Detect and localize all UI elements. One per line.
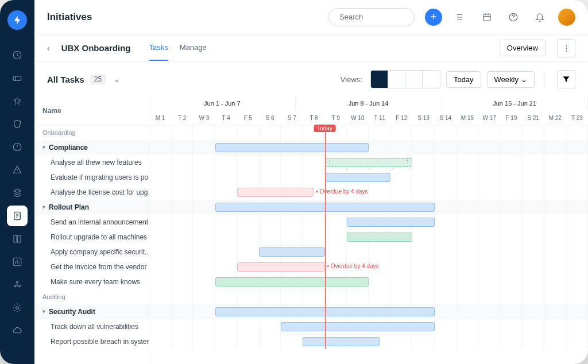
day-label: W 3	[193, 111, 215, 125]
gantt-bar[interactable]	[215, 277, 369, 286]
back-button[interactable]: ‹	[47, 44, 50, 53]
task-row[interactable]: Analyse the license cost for upg...	[34, 185, 149, 200]
week-label: Jun 15 - Jun 21	[442, 96, 588, 111]
svg-point-8	[19, 285, 20, 286]
task-row[interactable]: Make sure every team knows	[34, 274, 149, 289]
nav-cloud[interactable]	[7, 320, 28, 341]
group-row[interactable]: ▸Rollout Plan	[34, 200, 149, 215]
add-button[interactable]: +	[425, 9, 442, 26]
breadcrumb-bar: ‹ UBX Onboarding Tasks Manage Overview ⋮	[34, 34, 588, 62]
more-menu[interactable]: ⋮	[557, 39, 575, 57]
task-row[interactable]: Analyse all thew new features	[34, 155, 149, 170]
day-label: M 1	[149, 111, 171, 125]
help-icon[interactable]	[505, 9, 521, 25]
week-label: Jun 8 - Jun 14	[296, 96, 442, 111]
overview-button[interactable]: Overview	[500, 40, 546, 56]
task-row[interactable]: Report possible breach in system	[34, 334, 149, 349]
day-label: T 11	[369, 111, 390, 125]
task-row[interactable]: Send an internal announcement...	[34, 215, 149, 230]
svg-rect-11	[483, 14, 490, 20]
task-row[interactable]: Apply company specific securit...	[34, 245, 149, 260]
task-row[interactable]: Get the invoice from the vendor	[34, 260, 149, 274]
search-input[interactable]	[339, 13, 436, 21]
gantt-bar[interactable]	[325, 158, 413, 167]
task-count: 25	[90, 74, 106, 84]
nav-docs[interactable]	[7, 229, 28, 249]
svg-point-6	[17, 281, 18, 283]
task-row[interactable]: Track down all vulnerabilities	[34, 319, 149, 334]
bell-icon[interactable]	[532, 9, 548, 25]
gantt-bar[interactable]	[237, 262, 325, 272]
group-row[interactable]: ▸Security Audit	[34, 304, 149, 319]
day-label: S 21	[522, 111, 544, 125]
day-label: S 7	[281, 111, 303, 125]
day-label: T 23	[566, 111, 588, 125]
day-label: W 17	[478, 111, 500, 125]
overdue-label: • Overdue by 4 days	[316, 188, 368, 195]
project-title: UBX Onboarding	[61, 43, 131, 53]
list-icon[interactable]	[452, 9, 469, 25]
column-name: Name	[34, 96, 149, 125]
overdue-label: • Overdue by 4 days	[327, 263, 378, 269]
weekly-dropdown[interactable]: Weekly⌄	[487, 71, 535, 88]
search-box[interactable]	[328, 8, 415, 26]
tab-tasks[interactable]: Tasks	[149, 35, 168, 61]
view-column[interactable]	[405, 71, 423, 88]
day-label: M 15	[457, 111, 478, 125]
day-label: T 2	[171, 111, 193, 125]
day-label: W 10	[347, 111, 369, 125]
gantt-chart: Name Onboarding▸ComplianceAnalyse all th…	[34, 96, 588, 364]
nav-stack[interactable]	[7, 183, 28, 203]
gantt-bar[interactable]	[347, 218, 435, 227]
view-switcher	[370, 70, 440, 88]
svg-rect-1	[13, 76, 21, 81]
sidebar	[0, 0, 34, 364]
view-gantt[interactable]	[371, 71, 388, 88]
topbar: Initiatives +	[34, 0, 588, 34]
day-label: S 14	[435, 111, 457, 125]
gantt-bar[interactable]	[237, 188, 314, 197]
task-row[interactable]: Evaluate if migrating users is po...	[34, 170, 149, 185]
day-label: S 13	[412, 111, 434, 125]
user-avatar[interactable]	[558, 9, 575, 26]
section-onboarding: Onboarding	[34, 125, 149, 140]
app-logo[interactable]	[7, 10, 27, 30]
all-tasks-label: All Tasks	[47, 75, 84, 84]
gantt-bar[interactable]	[325, 173, 391, 182]
nav-bugs[interactable]	[7, 91, 28, 111]
gantt-bar[interactable]	[215, 143, 369, 152]
svg-point-2	[15, 99, 20, 103]
filter-button[interactable]	[557, 70, 575, 88]
nav-initiatives[interactable]	[7, 206, 28, 226]
day-label: F 12	[390, 111, 412, 125]
view-board[interactable]	[423, 71, 440, 88]
nav-dashboard[interactable]	[7, 45, 28, 65]
nav-team[interactable]	[7, 274, 28, 295]
today-button[interactable]: Today	[446, 71, 481, 88]
task-row[interactable]: Rollout upgrade to all machines	[34, 230, 149, 245]
nav-settings[interactable]	[7, 297, 28, 318]
nav-alerts[interactable]	[7, 160, 28, 180]
day-label: T 4	[215, 111, 237, 125]
gantt-bar[interactable]	[281, 322, 434, 331]
day-label: F 19	[500, 111, 522, 125]
nav-reports[interactable]	[7, 251, 28, 272]
nav-power[interactable]	[7, 137, 28, 157]
tasks-dropdown[interactable]: ⌄	[114, 75, 120, 84]
svg-point-7	[14, 285, 15, 286]
svg-point-9	[16, 307, 19, 309]
week-label: Jun 1 - Jun 7	[149, 96, 296, 111]
nav-shield[interactable]	[7, 114, 28, 134]
day-label: T 9	[325, 111, 347, 125]
day-label: S 6	[259, 111, 281, 125]
view-toolbar: All Tasks 25 ⌄ Views: Today Weekly⌄	[34, 62, 588, 96]
gantt-bar[interactable]	[259, 247, 325, 257]
tab-manage[interactable]: Manage	[180, 35, 207, 61]
view-list[interactable]	[388, 71, 405, 88]
nav-tickets[interactable]	[7, 68, 28, 88]
gantt-bar[interactable]	[303, 337, 380, 346]
group-row[interactable]: ▸Compliance	[34, 140, 149, 155]
gantt-bar[interactable]	[347, 233, 413, 242]
calendar-icon[interactable]	[479, 9, 495, 25]
day-label: F 5	[237, 111, 259, 125]
